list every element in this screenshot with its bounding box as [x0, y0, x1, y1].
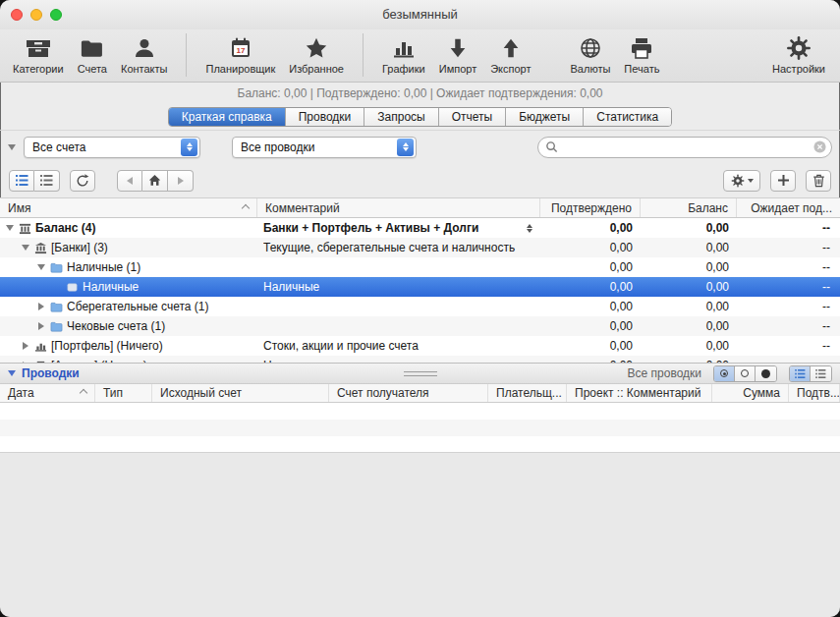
toolbar-currencies-button[interactable]: Валюты [564, 30, 618, 77]
table-row-selected[interactable]: Наличные Наличные 0,00 0,00 -- [0, 277, 840, 297]
toolbar-label: Импорт [439, 63, 476, 75]
table-row[interactable]: [Активы] (Ничего) Недвижимость 0,00 0,00… [0, 356, 840, 363]
column-header-amount[interactable]: Сумма [712, 384, 789, 402]
toolbar-label: Категории [13, 63, 64, 75]
mode-filled-circle-button[interactable] [756, 366, 776, 381]
actions-menu-button[interactable] [723, 170, 760, 192]
reorder-icon[interactable] [527, 224, 534, 233]
disclosure-closed-icon[interactable] [37, 303, 45, 310]
transactions-empty-list[interactable] [0, 403, 840, 452]
disclosure-open-icon[interactable] [37, 264, 45, 270]
row-balance: 0,00 [641, 356, 737, 363]
zoom-window-button[interactable] [50, 9, 62, 21]
list-view-blue-button[interactable] [790, 366, 811, 381]
print-printer-icon [629, 32, 654, 63]
action-bar [0, 163, 840, 198]
transaction-display-mode-group [713, 365, 777, 382]
column-header-confirmed[interactable]: Подтв... [789, 384, 840, 402]
disclosure-closed-icon[interactable] [22, 342, 29, 350]
add-button[interactable] [770, 170, 796, 192]
list-view-gray-button[interactable] [811, 366, 831, 381]
column-label: Плательщ... [496, 386, 562, 400]
toolbar-separator [186, 33, 187, 77]
minimize-window-button[interactable] [30, 9, 42, 21]
navigation-group [117, 170, 194, 192]
flat-view-button[interactable] [34, 170, 60, 192]
column-header-payee[interactable]: Плательщ... [488, 384, 567, 402]
toolbar-print-button[interactable]: Печать [617, 30, 666, 77]
mode-ring-button[interactable] [735, 366, 756, 381]
toolbar-export-button[interactable]: Экспорт [483, 30, 537, 77]
column-header-target-account[interactable]: Счет получателя [329, 384, 488, 402]
row-confirmed: 0,00 [540, 297, 641, 316]
disclosure-closed-icon[interactable] [37, 322, 45, 330]
clear-search-icon[interactable] [813, 140, 826, 153]
column-label: Подтверждено [551, 201, 632, 215]
row-pending: -- [737, 297, 840, 316]
tab-statistics[interactable]: Статистика [584, 108, 671, 126]
transactions-filter-label: Все проводки [628, 366, 707, 380]
transactions-table-header: Дата Тип Исходный счет Счет получателя П… [0, 384, 840, 403]
refresh-button[interactable] [70, 170, 95, 192]
tab-reports[interactable]: Отчеты [439, 108, 506, 126]
toolbar-charts-button[interactable]: Графики [375, 30, 432, 77]
column-header-pending[interactable]: Ожидает под... [737, 198, 840, 217]
sort-asc-icon [80, 389, 87, 397]
row-pending: -- [737, 356, 840, 363]
collapse-pane-icon[interactable] [8, 144, 16, 150]
splitter-handle[interactable] [404, 371, 437, 376]
table-row[interactable]: Чековые счета (1) 0,00 0,00 -- [0, 316, 840, 336]
column-header-type[interactable]: Тип [95, 384, 152, 402]
column-header-comment[interactable]: Комментарий [257, 198, 540, 217]
table-row[interactable]: Баланс (4) Банки + Портфель + Активы + Д… [0, 218, 840, 238]
transactions-filter-dropdown[interactable]: Все проводки [232, 137, 417, 158]
column-header-source-account[interactable]: Исходный счет [152, 384, 329, 402]
toolbar-settings-button[interactable]: Настройки [765, 30, 832, 77]
tab-summary[interactable]: Краткая справка [169, 108, 286, 126]
column-header-balance[interactable]: Баланс [641, 198, 737, 217]
toolbar-accounts-button[interactable]: Счета [71, 30, 114, 77]
column-header-name[interactable]: Имя [0, 198, 257, 217]
transactions-pane-title: Проводки [22, 366, 80, 380]
tab-queries[interactable]: Запросы [364, 108, 438, 126]
currencies-globe-icon [579, 32, 602, 63]
mode-ring-dot-button[interactable] [714, 366, 735, 381]
home-button[interactable] [142, 170, 168, 192]
bottom-footer [0, 452, 840, 617]
table-row[interactable]: [Банки] (3) Текущие, сберегательные счет… [0, 238, 840, 257]
export-arrow-up-icon [500, 32, 522, 63]
delete-button[interactable] [806, 170, 831, 192]
toolbar-import-button[interactable]: Импорт [432, 30, 483, 77]
table-row[interactable]: Наличные (1) 0,00 0,00 -- [0, 257, 840, 277]
column-header-project-comment[interactable]: Проект :: Комментарий [567, 384, 712, 402]
view-tabs: Краткая справка Проводки Запросы Отчеты … [0, 104, 840, 130]
accounts-filter-dropdown[interactable]: Все счета [24, 137, 200, 158]
row-confirmed: 0,00 [540, 277, 641, 297]
transactions-filter-value: Все проводки [233, 140, 397, 154]
categories-icon [24, 32, 53, 63]
column-label: Тип [103, 386, 123, 400]
toolbar-planner-button[interactable]: 17 Планировщик [198, 30, 282, 77]
search-input[interactable] [562, 140, 810, 154]
toolbar-contacts-button[interactable]: Контакты [114, 30, 175, 77]
tree-view-button[interactable] [9, 170, 34, 192]
column-header-confirmed[interactable]: Подтверждено [540, 198, 641, 217]
column-header-date[interactable]: Дата [0, 384, 95, 402]
search-field[interactable] [537, 137, 832, 158]
row-name: Наличные (1) [67, 260, 140, 274]
back-button[interactable] [117, 170, 142, 192]
disclosure-open-icon[interactable] [6, 225, 14, 231]
column-label: Счет получателя [337, 386, 429, 400]
menu-caret-icon [748, 179, 754, 183]
disclosure-open-icon[interactable] [22, 245, 29, 251]
toolbar-favorites-button[interactable]: Избранное [282, 30, 351, 77]
tab-budgets[interactable]: Бюджеты [506, 108, 584, 126]
transactions-disclosure-icon[interactable] [8, 370, 16, 376]
toolbar-categories-button[interactable]: Категории [6, 30, 71, 77]
table-row[interactable]: Сберегательные счета (1) 0,00 0,00 -- [0, 297, 840, 316]
close-window-button[interactable] [11, 9, 23, 21]
row-balance: 0,00 [641, 218, 737, 238]
forward-button[interactable] [168, 170, 194, 192]
table-row[interactable]: [Портфель] (Ничего) Стоки, акции и прочи… [0, 336, 840, 356]
tab-transactions[interactable]: Проводки [286, 108, 365, 126]
